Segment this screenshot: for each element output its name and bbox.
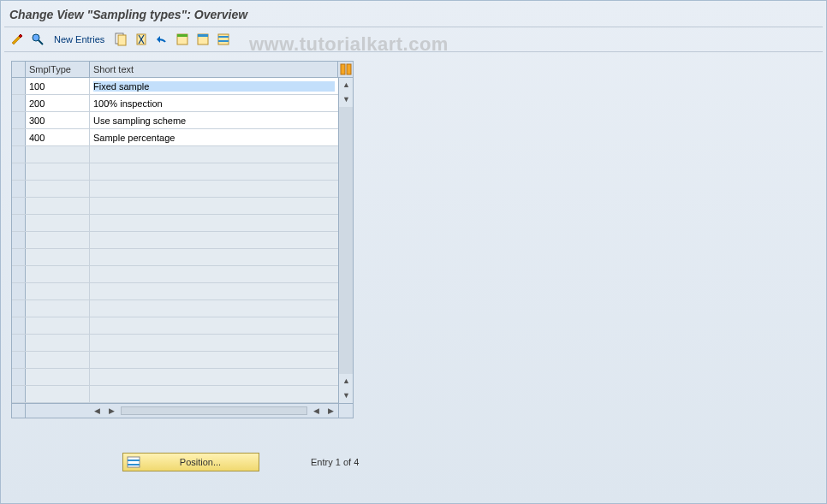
shorttext-input[interactable] [93,116,335,126]
row-selector[interactable] [12,369,26,385]
cell-empty[interactable] [26,198,90,214]
hscrollbar-track[interactable] [121,406,307,415]
table-row-empty [12,266,338,283]
shorttext-input[interactable] [93,98,335,109]
deselect-all-icon[interactable] [216,32,231,47]
cell-empty[interactable] [90,146,338,163]
cell-empty[interactable] [26,352,90,368]
scroll-down-icon[interactable]: ▼ [339,388,354,403]
cell-empty[interactable] [26,249,90,265]
cell-empty[interactable] [90,266,338,282]
svg-point-0 [33,34,39,41]
toggle-display-change-icon[interactable] [9,32,25,47]
cell-shorttext[interactable] [90,112,338,128]
cell-empty[interactable] [26,232,90,248]
shorttext-input[interactable] [93,133,335,143]
cell-empty[interactable] [26,369,90,385]
cell-empty[interactable] [90,369,338,385]
new-entries-button[interactable]: New Entries [51,34,108,44]
row-selector[interactable] [12,95,26,111]
cell-empty[interactable] [90,215,338,231]
row-selector[interactable] [12,300,26,317]
row-selector[interactable] [12,112,26,128]
cell-empty[interactable] [26,386,90,402]
scroll-left-step-icon[interactable]: ◀ [309,404,324,418]
row-selector[interactable] [12,78,26,94]
copy-as-icon[interactable] [113,32,128,47]
cell-empty[interactable] [90,283,338,299]
find-icon[interactable] [30,32,45,47]
cell-empty[interactable] [90,163,338,180]
cell-smpltype[interactable] [26,129,90,145]
scroll-right-step-icon[interactable]: ▶ [104,404,119,418]
cell-smpltype[interactable] [26,78,90,94]
cell-empty[interactable] [26,335,90,351]
row-selector[interactable] [12,163,26,180]
cell-shorttext[interactable] [90,78,338,94]
row-selector[interactable] [12,335,26,351]
cell-empty[interactable] [26,266,90,282]
smpltype-input[interactable] [29,98,86,109]
table-row [12,95,338,112]
smpltype-input[interactable] [29,116,86,126]
smpltype-input[interactable] [29,81,86,92]
table-row-empty [12,283,338,300]
undo-change-icon[interactable] [154,32,170,47]
row-selector[interactable] [12,386,26,402]
svg-rect-18 [128,464,140,465]
scroll-down-step-icon[interactable]: ▼ [339,92,354,107]
vertical-scrollbar[interactable]: ▲ ▼ ▲ ▼ [338,78,353,403]
table-row-empty [12,335,338,352]
scroll-up-icon[interactable]: ▲ [339,78,354,92]
row-selector[interactable] [12,198,26,214]
row-selector[interactable] [12,215,26,231]
shorttext-input[interactable] [93,81,335,92]
table-header: SmplType Short text [12,62,353,78]
row-selector[interactable] [12,317,26,334]
cell-empty[interactable] [26,146,90,163]
cell-empty[interactable] [90,386,338,402]
scroll-up-step-icon[interactable]: ▲ [339,374,354,388]
cell-smpltype[interactable] [26,95,90,111]
cell-empty[interactable] [90,300,338,317]
cell-smpltype[interactable] [26,112,90,128]
table-settings-icon[interactable] [338,62,353,77]
scroll-right-icon[interactable]: ▶ [324,404,338,418]
cell-empty[interactable] [90,249,338,265]
smpltype-input[interactable] [29,133,86,143]
cell-empty[interactable] [26,181,90,197]
cell-shorttext[interactable] [90,129,338,145]
cell-empty[interactable] [90,181,338,197]
select-block-icon[interactable] [195,32,211,47]
cell-empty[interactable] [90,317,338,334]
row-selector[interactable] [12,266,26,282]
cell-empty[interactable] [26,163,90,180]
delete-icon[interactable] [134,32,149,47]
cell-empty[interactable] [90,198,338,214]
cell-shorttext[interactable] [90,95,338,111]
cell-empty[interactable] [26,215,90,231]
row-selector[interactable] [12,146,26,163]
row-selector[interactable] [12,129,26,145]
cell-empty[interactable] [90,335,338,351]
select-all-icon[interactable] [175,32,190,47]
horizontal-scrollbar[interactable]: ◀ ▶ ◀ ▶ [90,404,338,418]
row-selector[interactable] [12,352,26,368]
scrollbar-track[interactable] [339,107,353,374]
position-button[interactable]: Position... [122,453,259,471]
row-selector[interactable] [12,283,26,299]
table-row-empty [12,300,338,317]
cell-empty[interactable] [26,300,90,317]
cell-empty[interactable] [90,352,338,368]
row-selector[interactable] [12,249,26,265]
cell-empty[interactable] [26,317,90,334]
cell-empty[interactable] [26,283,90,299]
header-row-selector[interactable] [12,62,26,77]
svg-rect-15 [347,64,351,74]
row-selector[interactable] [12,232,26,248]
scroll-left-icon[interactable]: ◀ [90,404,104,418]
column-header-smpltype[interactable]: SmplType [26,62,90,77]
cell-empty[interactable] [90,232,338,248]
row-selector[interactable] [12,181,26,197]
column-header-shorttext[interactable]: Short text [90,62,338,77]
